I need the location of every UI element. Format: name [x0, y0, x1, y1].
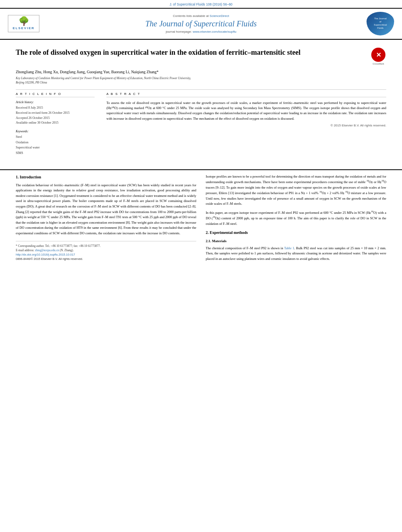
accepted-date: Accepted 26 October 2015 — [16, 116, 95, 121]
keyword-sims: SIMS — [16, 150, 95, 156]
doi-line: http://dx.doi.org/10.1016/j.supflu.2015.… — [16, 252, 196, 257]
content-available: Contents lists available at ScienceDirec… — [43, 14, 359, 18]
article-title: The role of dissolved oxygen in supercri… — [16, 48, 367, 57]
journal-header: 🌳 ELSEVIER Contents lists available at S… — [0, 8, 402, 39]
crossmark-logo: ✕ — [371, 48, 385, 62]
email-line: E-mail address: zhnq@ncepu.edu.cn (N. Zh… — [16, 248, 196, 252]
keyword-steel: Steel — [16, 134, 95, 140]
tree-icon: 🌳 — [10, 17, 37, 26]
footnotes: * Corresponding author. Tel.: +86 10 617… — [16, 241, 196, 261]
info-abstract-section: A R T I C L E I N F O Article history: R… — [16, 92, 386, 156]
body-right-column: Isotope profiles are known to be a power… — [206, 174, 386, 265]
table1-link[interactable]: Table 1 — [284, 246, 294, 250]
body-content: 1. Introduction The oxidation behaviour … — [0, 174, 402, 265]
authors-line: Zhongliang Zhu, Hong Xu, Dongfang Jiang,… — [16, 70, 386, 74]
abstract-text: To assess the role of dissolved oxygen i… — [106, 100, 386, 121]
copyright-notice: © 2015 Elsevier B.V. All rights reserved… — [106, 124, 386, 127]
intro-paragraph1: The oxidation behaviour of ferritic–mart… — [16, 183, 196, 236]
intro-paragraph3: In this paper, an oxygen isotope tracer … — [206, 210, 386, 226]
journal-logo-right: The JournalofSupercriticalFluids — [363, 12, 394, 35]
abstract-panel: A B S T R A C T To assess the role of di… — [106, 92, 386, 156]
journal-reference: J. of Supercritical Fluids 108 (2016) 56… — [0, 0, 402, 8]
homepage-line: journal homepage: www.elsevier.com/locat… — [43, 30, 359, 33]
header-center: Contents lists available at ScienceDirec… — [43, 14, 359, 33]
keyword-scw: Supercritical water — [16, 145, 95, 150]
available-date: Available online 30 October 2015 — [16, 120, 95, 126]
email-link[interactable]: zhnq@ncepu.edu.cn — [35, 248, 59, 252]
body-left-column: 1. Introduction The oxidation behaviour … — [16, 174, 196, 265]
elsevier-brand: ELSEVIER — [10, 26, 37, 30]
section1-heading: 1. Introduction — [16, 174, 196, 180]
received-revised-date: Received in revised form 26 October 2015 — [16, 111, 95, 116]
doi-link[interactable]: http://dx.doi.org/10.1016/j.supflu.2015.… — [16, 253, 75, 256]
materials-paragraph1: The chemical composition of F–M steel P9… — [206, 246, 386, 262]
journal-title: The Journal of Supercritical Fluids — [43, 19, 359, 28]
article-header-section: The role of dissolved oxygen in supercri… — [0, 40, 402, 164]
title-section: The role of dissolved oxygen in supercri… — [16, 48, 386, 65]
crossmark-label: CrossMark — [370, 63, 386, 65]
received-date: Received 8 July 2015 — [16, 106, 95, 111]
section2-heading: 2. Experimental methods — [206, 230, 386, 236]
body-divider — [0, 169, 402, 170]
info-divider — [16, 89, 386, 90]
corresponding-author: * Corresponding author. Tel.: +86 10 617… — [16, 244, 196, 248]
abstract-title: A B S T R A C T — [106, 92, 386, 97]
supercritical-fluids-logo: The JournalofSupercriticalFluids — [367, 12, 394, 35]
article-info-panel: A R T I C L E I N F O Article history: R… — [16, 92, 95, 156]
keyword-oxidation: Oxidation — [16, 140, 95, 145]
issn-line: 0896-8446/© 2015 Elsevier B.V. All right… — [16, 257, 196, 261]
sciencedirect-link[interactable]: ScienceDirect — [210, 14, 229, 18]
section21-heading: 2.1. Materials — [206, 238, 386, 244]
article-info-title: A R T I C L E I N F O — [16, 92, 95, 97]
crossmark-section: ✕ CrossMark — [370, 48, 386, 65]
homepage-url[interactable]: www.elsevier.com/locate/supflu — [193, 30, 236, 33]
keywords-label: Keywords: — [16, 130, 95, 133]
elsevier-logo-left: 🌳 ELSEVIER — [8, 15, 39, 32]
intro-paragraph2: Isotope profiles are known to be a power… — [206, 174, 386, 207]
affiliation: Key Laboratory of Condition Monitoring a… — [16, 76, 386, 85]
history-label: Article history: — [16, 100, 95, 104]
keywords-section: Keywords: Steel Oxidation Supercritical … — [16, 130, 95, 156]
journal-ref-text: J. of Supercritical Fluids 108 (2016) 56… — [169, 2, 233, 6]
